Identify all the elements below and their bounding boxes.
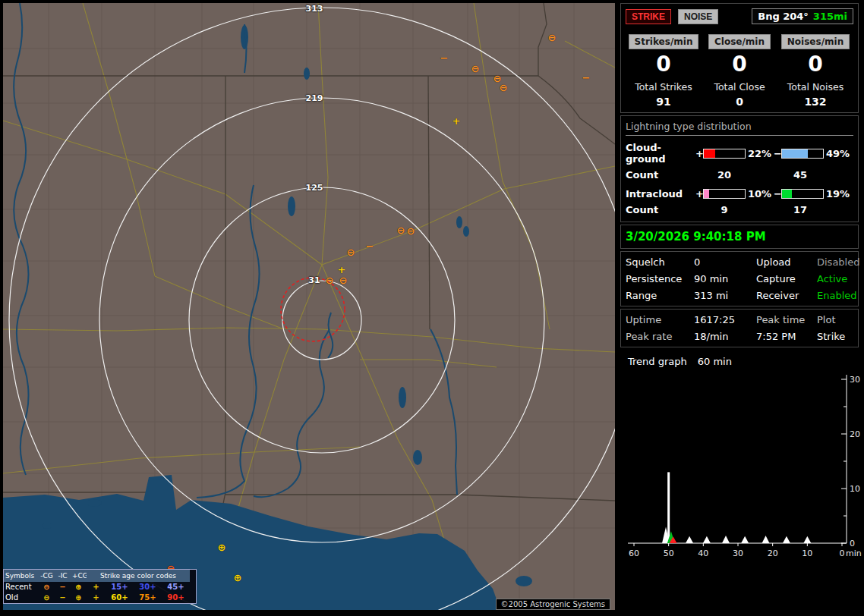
strike-symbol-cg_neg: ⊖ <box>397 225 405 235</box>
strike-display-button[interactable]: STRIKE <box>626 9 671 24</box>
legend-strike-symbol: ⊖ <box>39 592 55 603</box>
legend-symbols-header: Symbols <box>4 570 39 582</box>
legend-age-code: 60+ <box>106 592 134 603</box>
strike-symbol-cg_pos: ⊕ <box>234 573 242 583</box>
strike-symbol-ic_pos: + <box>452 116 461 126</box>
svg-text:10: 10 <box>850 484 860 494</box>
svg-text:0: 0 <box>850 539 855 548</box>
strike-symbol-cg_neg: ⊖ <box>326 275 334 285</box>
lightning-map[interactable]: 313 219 125 31 Symbols -CG -IC +CG Strik… <box>3 3 615 610</box>
strike-symbol-cg_neg: ⊖ <box>407 226 415 236</box>
strike-symbol-cg_pos: ⊕ <box>218 542 226 552</box>
rates-section: STRIKE NOISE Bng 204°315mi Strikes/min C… <box>620 3 859 113</box>
legend-age-header: Strike age color codes <box>87 570 190 582</box>
peak-rate-label: Peak rate <box>626 331 694 342</box>
total-strikes-label: Total Strikes <box>626 81 702 93</box>
ic-positive-count: 9 <box>703 204 746 215</box>
uptime-label: Uptime <box>626 314 694 325</box>
legend-strike-symbol: ⊕ <box>71 582 87 592</box>
uptime-value: 1617:25 <box>694 314 756 325</box>
distribution-title: Lightning type distribution <box>626 121 853 136</box>
strike-symbol-cg_neg: ⊖ <box>471 64 480 74</box>
noise-display-button[interactable]: NOISE <box>678 9 718 24</box>
ic-negative-pct: 19% <box>824 188 852 200</box>
plus-sign: + <box>695 148 703 159</box>
strike-symbol-ic_neg: − <box>366 241 374 251</box>
legend-col-header: +CG <box>71 570 87 582</box>
range-ring-label: 313 <box>306 4 323 14</box>
trend-section: Trend graph 60 min 01020306050403020100m… <box>620 350 859 567</box>
legend-age-code: 75+ <box>134 592 162 603</box>
strike-symbol-ic_neg: − <box>440 53 449 63</box>
cg-positive-count: 20 <box>703 169 746 181</box>
strike-symbol-cg_neg: ⊖ <box>548 33 557 42</box>
range-ring-label: 125 <box>306 183 323 193</box>
ic-negative-count: 17 <box>779 204 821 215</box>
capture-status: Active <box>817 273 859 284</box>
svg-text:min: min <box>846 548 862 558</box>
legend-row-label: Recent <box>4 582 39 592</box>
legend-strike-symbol: − <box>55 592 71 603</box>
noises-per-min-label: Noises/min <box>781 34 850 49</box>
legend-strike-symbol: − <box>55 582 71 592</box>
total-strikes-value: 91 <box>626 96 702 108</box>
cg-negative-pct: 49% <box>824 148 852 159</box>
svg-text:30: 30 <box>733 548 743 558</box>
ic-positive-bar <box>703 189 746 199</box>
cg-negative-bar <box>781 149 824 159</box>
legend-age-code: 45+ <box>162 582 190 592</box>
capture-label: Capture <box>756 273 817 284</box>
bearing-readout: Bng 204°315mi <box>752 8 853 24</box>
legend-age-code: 90+ <box>162 592 190 603</box>
total-noises-label: Total Noises <box>777 81 853 93</box>
receiver-status: Enabled <box>817 290 859 301</box>
svg-text:20: 20 <box>768 548 778 558</box>
upload-status: Disabled <box>817 256 859 268</box>
ic-negative-bar <box>781 189 824 199</box>
bearing-range: 315mi <box>813 11 847 22</box>
svg-text:40: 40 <box>698 548 708 558</box>
cloud-ground-label: Cloud-ground <box>626 142 695 165</box>
legend-age-code: 15+ <box>106 582 134 592</box>
receiver-label: Receiver <box>756 290 817 301</box>
range-label: Range <box>626 290 694 301</box>
peak-time-label: Peak time <box>756 314 817 325</box>
squelch-value: 0 <box>694 256 756 268</box>
strikes-per-min-label: Strikes/min <box>629 34 699 49</box>
date-time: 3/20/2026 9:40:18 PM <box>626 230 853 244</box>
plus-sign: + <box>695 188 703 200</box>
legend-age-code: 30+ <box>134 582 162 592</box>
close-per-min-value: 0 <box>702 52 777 77</box>
peak-rate-value: 18/min <box>694 331 756 342</box>
strikes-per-min-value: 0 <box>626 52 702 77</box>
legend-strike-symbol: ⊖ <box>39 582 55 592</box>
map-legend: Symbols -CG -IC +CG Strike age color cod… <box>3 569 197 604</box>
noises-per-min-value: 0 <box>777 52 853 77</box>
legend-col-header: -IC <box>55 570 71 582</box>
strike-symbol-cg_neg: ⊖ <box>339 275 348 285</box>
strike-symbol-cg_neg: ⊖ <box>500 83 508 93</box>
close-per-min-label: Close/min <box>708 34 771 49</box>
cg-positive-bar <box>703 149 746 159</box>
cg-positive-pct: 22% <box>746 148 774 159</box>
legend-strike-symbol: + <box>87 582 106 592</box>
persistence-label: Persistence <box>626 273 694 284</box>
legend-strike-symbol: + <box>87 592 106 603</box>
legend-row-label: Old <box>4 592 39 603</box>
minus-sign: − <box>774 148 781 159</box>
svg-text:60: 60 <box>629 548 639 558</box>
persistence-value: 90 min <box>694 273 756 284</box>
ic-positive-pct: 10% <box>746 188 774 200</box>
total-close-label: Total Close <box>702 81 777 93</box>
upload-label: Upload <box>756 256 817 268</box>
distribution-section: Lightning type distribution Cloud-ground… <box>620 115 859 222</box>
intracloud-label: Intracloud <box>626 188 695 200</box>
nexstorm-window: { "map": { "ring_labels": ["313", "219",… <box>0 0 864 616</box>
svg-text:50: 50 <box>664 548 674 558</box>
bearing-label: Bng 204° <box>758 11 809 22</box>
legend-strike-symbol: ⊕ <box>71 592 87 603</box>
svg-text:10: 10 <box>802 548 812 558</box>
count-label: Count <box>626 169 695 181</box>
strike-symbol-ic_pos: + <box>338 265 346 275</box>
svg-text:30: 30 <box>850 375 860 385</box>
